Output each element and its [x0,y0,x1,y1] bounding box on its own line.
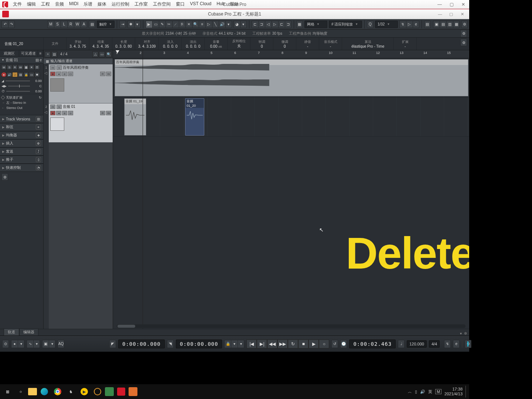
track-mute[interactable]: m [50,65,55,70]
section-trackversions[interactable]: ▶Track Versions▥ [0,115,43,123]
erase-tool[interactable]: ✂ [166,21,172,28]
go-end-button[interactable]: ▶| [257,340,267,348]
quantize-prefix[interactable]: Q [367,21,374,28]
arrange-area[interactable]: 123456789101112131415 百年风雨程伴奏 [113,50,469,329]
locator-right-icon[interactable]: ◥ [167,340,174,348]
section-eq[interactable]: ▶均衡器◈ [0,131,43,139]
color-tool[interactable]: ▾ [225,21,232,28]
autoscroll-button[interactable]: ⇥ [119,21,126,28]
track-write[interactable]: W [106,111,111,115]
quantize-panel[interactable]: e [413,21,419,28]
rewind-button[interactable]: ◀◀ [267,340,277,348]
punch-menu[interactable]: ▾ [18,340,24,348]
tray-chevron-icon[interactable]: ︿ [408,389,412,395]
constrain-button[interactable]: ⊙ [2,340,9,348]
glue-tool[interactable]: ⎘ [179,21,185,28]
inspector-setup-button[interactable]: ⚙ [1,173,8,181]
track-read[interactable]: R [100,72,105,76]
nudge-right[interactable]: ▷ [272,21,278,28]
track-solo[interactable]: s [57,105,62,109]
track-ext[interactable]: ▭ [68,72,73,76]
redo-button[interactable]: ↷ [8,21,15,28]
inspector-tabs-menu[interactable]: ≡ [38,50,43,57]
add-track-button[interactable]: ＋ [45,51,51,57]
track-record[interactable]: ● [50,72,55,76]
track-mute[interactable]: m [50,105,55,109]
tray-network-icon[interactable]: ▯ [415,389,417,394]
menu-window[interactable]: 窗口 [173,0,187,9]
tracklist-search[interactable]: 🔍 [106,51,112,57]
algo-value[interactable]: élastique Pro - Time [351,44,384,48]
chrome-icon[interactable] [52,386,64,398]
insp-record[interactable]: ● [1,72,7,77]
proj-minimize-button[interactable]: — [434,10,446,18]
tray-ms[interactable]: M [435,389,441,394]
show-desktop-button[interactable] [466,386,468,398]
insp-freeze[interactable]: ✕ [29,65,34,70]
quantize-value-select[interactable]: 1/32▼ [375,21,398,28]
cubase-task-icon[interactable] [115,386,127,398]
track-edit[interactable]: e [62,111,67,115]
inspector-tab-2[interactable]: 可见通道 [19,50,38,57]
aq-button[interactable]: AQ [58,340,64,348]
insp-listen[interactable]: ▦ [23,65,29,70]
track-row[interactable]: m s 百年风雨程伴奏 ● ◂ e ▭ [49,64,113,103]
nudge-end-right[interactable]: ⊐ [285,21,291,28]
pan-value[interactable]: C [31,84,42,88]
routing-input[interactable]: →左 - Stereo In [1,100,42,105]
tab-tracks[interactable]: 轨道 [4,328,19,335]
menu-edit[interactable]: 编辑 [24,0,38,9]
stop-button[interactable]: ■ [298,340,308,348]
delay-value[interactable]: 0.00 [31,89,42,93]
metronome-button[interactable]: ▣ [42,340,49,348]
nudge-left[interactable]: ◁ [265,21,272,28]
track-monitor[interactable]: ◂ [56,111,61,115]
zone-rack-button[interactable]: ▦ [453,21,460,28]
ext-value[interactable]: - [405,44,406,48]
minimize-button[interactable]: — [434,0,446,9]
lock-locators[interactable]: 🔒 [224,340,231,348]
go-start-button[interactable]: |◀ [246,340,257,348]
start-button[interactable]: ⊞ [1,386,13,398]
track-solo[interactable]: s [57,65,62,70]
automation-mode-select[interactable]: 触控▼ [97,21,115,28]
forward-button[interactable]: ▶▶ [277,340,288,348]
insp-solo[interactable]: S [7,65,12,70]
menu-studio[interactable]: 工作室 [132,0,150,9]
section-quick[interactable]: ▶快速控制◔ [0,164,43,172]
signature-value[interactable]: 4/4 [429,340,440,348]
tempo-track-button[interactable]: ♩ [398,340,405,348]
menu-midi[interactable]: MIDI [66,0,81,9]
track-name[interactable]: 百年风雨程伴奏 [63,65,111,70]
app-icon-1[interactable]: ♞ [65,386,77,398]
track-row[interactable]: m s 音频 01 ● ◂ e o [49,103,113,143]
musmode-value[interactable]: - [330,44,331,48]
edge-icon[interactable] [38,386,50,398]
locators-menu2[interactable]: ▾ [238,340,244,348]
comp-tool[interactable]: ≡ [199,21,205,28]
range-tool[interactable]: ▭ [152,21,159,28]
nudge-start-left[interactable]: ⊏ [252,21,258,28]
undo-button[interactable]: ↶ [1,21,8,28]
sync-button[interactable]: ↯ [444,340,451,348]
tracklist-btn1[interactable]: △ [92,51,98,57]
left-locator[interactable]: 0:00:00.000 [118,340,165,348]
tempo-value[interactable]: 120.000 [407,340,427,348]
inspector-tab-1[interactable]: 观测区 [0,50,19,57]
listen-button[interactable]: L [61,21,67,28]
routing-output[interactable]: ←Stereo Out [1,105,42,110]
mute-all-button[interactable]: M [47,21,54,28]
section-sends[interactable]: ▶发送⤴ [0,147,43,156]
quantize-iterative[interactable]: ▷ [406,21,413,28]
play-tool[interactable]: 🔊 [219,21,225,28]
play-button[interactable]: ▶ [308,340,319,348]
tracklist-btn2[interactable]: ▭ [99,51,105,57]
track-write[interactable]: W [106,72,111,76]
align-value[interactable]: 3. 4. 3.109 [138,44,156,48]
color-menu[interactable]: ▾ [240,21,247,28]
quantize-apply[interactable]: ↯ [399,21,406,28]
snap-type-select[interactable]: 网格▼ [304,21,327,28]
punch-in-button[interactable]: ● [11,340,18,348]
end-value[interactable]: 4. 3. 4. 35 [92,44,109,48]
track-ext[interactable]: o [68,111,73,115]
